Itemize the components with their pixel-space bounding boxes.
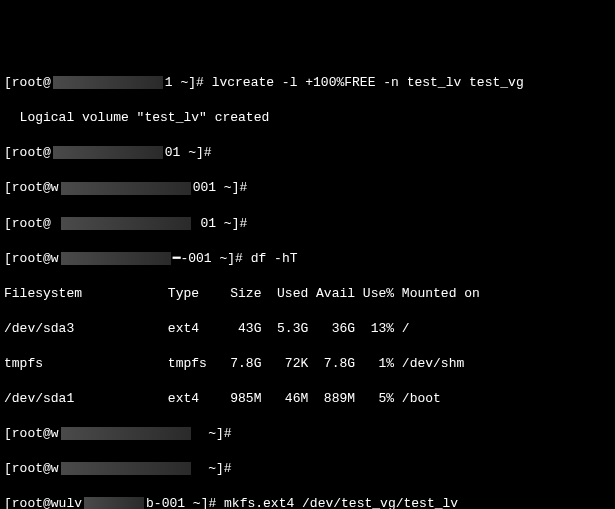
redacted-host (61, 252, 171, 265)
redacted-host (53, 76, 163, 89)
line-lvcreated: Logical volume "test_lv" created (4, 109, 611, 127)
redacted-host (53, 146, 163, 159)
cmd[interactable]: mkfs.ext4 /dev/test_vg/test_lv (216, 496, 458, 509)
df-row-0: /dev/sda3 ext4 43G 5.3G 36G 13% / (4, 320, 611, 338)
line-6: [root@w ~]# (4, 425, 611, 443)
line-4: [root@ 01 ~]# (4, 215, 611, 233)
prompt-tail: 1 ~]# (165, 75, 204, 90)
cmd[interactable]: lvcreate -l +100%FREE -n test_lv test_vg (204, 75, 524, 90)
line-7: [root@w ~]# (4, 460, 611, 478)
line-3: [root@w001 ~]# (4, 179, 611, 197)
prompt-root-pre: [root@ (4, 75, 51, 90)
redacted-host (61, 427, 191, 440)
redacted-host (61, 217, 191, 230)
redacted-host (61, 182, 191, 195)
df-row-2: /dev/sda1 ext4 985M 46M 889M 5% /boot (4, 390, 611, 408)
redacted-host (61, 462, 191, 475)
df-row-1: tmpfs tmpfs 7.8G 72K 7.8G 1% /dev/shm (4, 355, 611, 373)
line-5: [root@w━-001 ~]# df -hT (4, 250, 611, 268)
redacted-host (84, 497, 144, 509)
cmd[interactable]: df -hT (243, 251, 298, 266)
line-2: [root@01 ~]# (4, 144, 611, 162)
line-1: [root@1 ~]# lvcreate -l +100%FREE -n tes… (4, 74, 611, 92)
df-header: Filesystem Type Size Used Avail Use% Mou… (4, 285, 611, 303)
line-8: [root@wulvb-001 ~]# mkfs.ext4 /dev/test_… (4, 495, 611, 509)
